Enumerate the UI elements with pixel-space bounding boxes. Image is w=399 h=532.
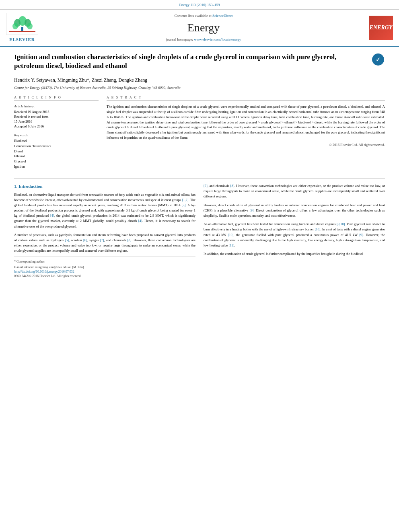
intro-right-col: [7], and chemicals [8]. However, these c… [204, 183, 385, 278]
ref-7-right[interactable]: [7] [204, 184, 208, 188]
svg-text:✓: ✓ [376, 57, 380, 63]
crossmark-icon: ✓ [372, 53, 384, 66]
section-title-text: Introduction [19, 184, 43, 189]
revised-date: 15 June 2016 [14, 119, 99, 124]
footer-email-line: E-mail address: mingming.zhu@uwa.edu.au … [14, 265, 195, 269]
journal-header: ELSEVIER Contents lists available at Sci… [0, 10, 399, 47]
ref-11[interactable]: [11] [229, 243, 234, 247]
keyword-4: Ethanol [14, 154, 99, 159]
affiliation: Centre for Energy (M473), The University… [14, 85, 385, 90]
email-link[interactable]: mingming.zhu@uwa.edu.au [35, 265, 71, 269]
energy-logo-box: ENERGY [369, 16, 393, 40]
citation-text: Energy 113 (2016) 153–159 [179, 3, 220, 7]
affiliation-text: Centre for Energy (M473), The University… [14, 86, 181, 90]
introduction-section: 1. Introduction Biodiesel, an alternativ… [14, 183, 385, 278]
email-label: E-mail address: [14, 265, 34, 269]
ref-6[interactable]: [6] [83, 238, 87, 242]
authors-text: Hendrix Y. Setyawan, Mingming Zhu*, Zhez… [14, 77, 147, 83]
intro-paragraph-1: Biodiesel, an alternative liquid transpo… [14, 192, 195, 229]
ref-4a[interactable]: [4] [50, 214, 54, 218]
intro-section-title: 1. Introduction [14, 183, 195, 189]
right-paragraph-4: In addition, the combustion of crude gly… [204, 251, 385, 257]
crossmark-section: ✓ [371, 53, 385, 67]
authors: Hendrix Y. Setyawan, Mingming Zhu*, Zhez… [14, 77, 385, 84]
homepage-link[interactable]: www.elsevier.com/locate/energy [194, 37, 241, 41]
ref-1-2[interactable]: [1,2] [182, 198, 188, 202]
sciencedirect-line: Contents lists available at ScienceDirec… [44, 13, 363, 18]
revised-label: Received in revised form [14, 115, 99, 119]
keywords-label: Keywords: [14, 133, 99, 138]
article-title: Ignition and combustion characteristics … [14, 53, 367, 70]
keyword-2: Combustion characteristics [14, 144, 99, 149]
page: Energy 113 (2016) 153–159 ELSEVIER [0, 0, 399, 532]
right-paragraph-2: However, direct combustion of glycerol i… [204, 203, 385, 219]
footer-corresponding: * Corresponding author. [14, 259, 195, 264]
right-paragraph-3: As an alternative fuel, glycerol has bee… [204, 222, 385, 248]
section-number: 1. [14, 184, 17, 189]
keywords-list: Biodiesel Combustion characteristics Die… [14, 139, 99, 169]
info-abstract-columns: A R T I C L E I N F O Article history: R… [14, 95, 385, 174]
ref-5[interactable]: [5] [65, 238, 69, 242]
email-suffix: (M. Zhu). [72, 265, 84, 269]
ref-3[interactable]: [3] [181, 203, 185, 207]
ref-8-right[interactable]: [8] [230, 184, 234, 188]
svg-point-5 [27, 23, 33, 29]
sciencedirect-prefix: Contents lists available at [175, 14, 212, 18]
journal-center: Contents lists available at ScienceDirec… [44, 13, 363, 43]
journal-name: Energy [44, 20, 363, 35]
keyword-1: Biodiesel [14, 139, 99, 144]
accepted-date: Accepted 6 July 2016 [14, 124, 99, 129]
keyword-5: Glycerol [14, 159, 99, 164]
elsevier-logo-section: ELSEVIER [4, 13, 40, 43]
keyword-6: Ignition [14, 164, 99, 169]
ref-9a[interactable]: [9] [250, 208, 254, 212]
elsevier-logo-image [6, 13, 38, 35]
keyword-3: Diesel [14, 149, 99, 154]
top-citation-bar: Energy 113 (2016) 153–159 [0, 0, 399, 10]
abstract-text: The ignition and combustion characterist… [107, 104, 385, 140]
copyright-line: © 2016 Elsevier Ltd. All rights reserved… [107, 143, 385, 148]
footer-section: * Corresponding author. E-mail address: … [14, 257, 195, 278]
article-history-block: Article history: Received 19 August 2015… [14, 104, 99, 129]
energy-logo-text: ENERGY [370, 24, 393, 32]
abstract-col: A B S T R A C T The ignition and combust… [107, 95, 385, 174]
ref-7[interactable]: [7] [100, 238, 104, 242]
ref-9-10[interactable]: [9,10] [337, 222, 345, 226]
article-info-col: A R T I C L E I N F O Article history: R… [14, 95, 99, 174]
svg-rect-6 [9, 31, 35, 32]
ref-8[interactable]: [8] [128, 238, 132, 242]
footer-issn: 0360-5442/© 2016 Elsevier Ltd. All right… [14, 274, 195, 278]
ref-4b[interactable]: [4] [138, 219, 142, 223]
history-label: Article history: [14, 104, 99, 109]
keywords-block: Keywords: Biodiesel Combustion character… [14, 133, 99, 169]
article-info-header: A R T I C L E I N F O [14, 95, 99, 101]
received-date: Received 19 August 2015 [14, 110, 99, 115]
ref-9b[interactable]: [9] [359, 233, 363, 237]
section-divider [14, 178, 385, 179]
main-content: Ignition and combustion characteristics … [0, 47, 399, 284]
journal-homepage: journal homepage: www.elsevier.com/locat… [44, 37, 363, 42]
right-paragraph-1: [7], and chemicals [8]. However, these c… [204, 183, 385, 199]
elsevier-text: ELSEVIER [9, 37, 35, 43]
ref-10a[interactable]: [10] [315, 227, 320, 231]
abstract-header: A B S T R A C T [107, 95, 385, 101]
intro-paragraph-2: A number of processes, such as pyrolysis… [14, 232, 195, 254]
article-title-section: Ignition and combustion characteristics … [14, 53, 385, 74]
intro-left-col: 1. Introduction Biodiesel, an alternativ… [14, 183, 195, 278]
svg-point-4 [12, 23, 18, 29]
homepage-label: journal homepage: [166, 37, 193, 41]
ref-10b[interactable]: [10] [228, 233, 233, 237]
crossmark-svg: ✓ [372, 54, 384, 65]
elsevier-tree-svg [7, 15, 37, 33]
journal-logo-right: ENERGY [367, 13, 395, 43]
footer-doi[interactable]: http://dx.doi.org/10.1016/j.energy.2016.… [14, 269, 195, 274]
sciencedirect-link[interactable]: ScienceDirect [212, 14, 232, 18]
